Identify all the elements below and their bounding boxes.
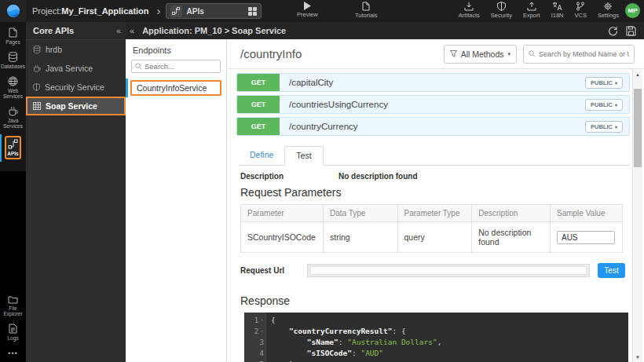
endpoint-row-capitalcity[interactable]: GET /capitalCity PUBLIC▾ <box>236 73 630 92</box>
sidebar-item-databases[interactable]: Databases <box>0 49 26 73</box>
endpoint-rows: GET /capitalCity PUBLIC▾ GET /countriesU… <box>236 73 630 136</box>
i18n-label: I18N <box>551 12 564 19</box>
java-services-icon <box>8 106 18 116</box>
endpoint-countryinfoservice[interactable]: CountryInfoService <box>126 80 226 96</box>
request-parameters-title: Request Parameters <box>240 186 644 199</box>
method-search-input[interactable] <box>539 50 629 58</box>
description-row: Description No description found <box>240 172 644 181</box>
methods-filter-dropdown[interactable]: All Methods ▾ <box>444 45 517 64</box>
scrollbar-thumb[interactable] <box>634 89 642 167</box>
service-item-security-service[interactable]: Security Service <box>26 78 126 97</box>
document-icon <box>362 2 370 11</box>
export-label: Export <box>523 12 540 19</box>
security-label: Security <box>491 12 512 19</box>
gear-icon <box>603 2 613 11</box>
soap-service-label: Soap Service <box>46 101 97 111</box>
settings-label: Settings <box>598 12 619 19</box>
soap-service-icon <box>33 102 41 110</box>
refresh-button[interactable] <box>608 26 618 36</box>
tab-define[interactable]: Define <box>239 146 284 165</box>
wavemaker-logo-icon[interactable] <box>0 0 26 22</box>
cell-data-type: string <box>323 222 397 253</box>
cell-parameter-type: query <box>397 222 472 253</box>
request-url-row: Request Url Test <box>240 263 644 278</box>
access-badge[interactable]: PUBLIC▾ <box>585 77 623 89</box>
scroll-up-arrow[interactable]: ▲ <box>633 70 642 79</box>
collapse-panel-icon[interactable]: « <box>116 26 121 35</box>
core-apis-panel: Core APIs « hrdb Java Service Security S… <box>26 22 126 362</box>
user-avatar[interactable]: MP <box>625 3 640 18</box>
rail-items: Pages Databases Web Services Java Servic… <box>0 22 26 171</box>
methods-filter-label: All Methods <box>461 49 504 59</box>
web-services-icon <box>8 76 18 86</box>
access-badge[interactable]: PUBLIC▾ <box>585 121 623 133</box>
sidebar-item-web-services[interactable]: Web Services <box>0 73 26 103</box>
response-code-block[interactable]: 1-2-3456 { "countryCurrencyResult": { "s… <box>244 313 628 362</box>
logs-icon <box>9 324 17 334</box>
settings-button[interactable]: Settings <box>598 2 619 19</box>
scroll-down-arrow[interactable]: ▼ <box>633 353 642 362</box>
application-header: « Application: PM_10 > Soap Service <box>126 22 644 39</box>
endpoints-search-input[interactable] <box>145 62 217 71</box>
method-search[interactable] <box>523 45 635 64</box>
endpoint-row-countrycurrency[interactable]: GET /countryCurrency PUBLIC▾ <box>236 117 630 136</box>
apis-tab[interactable]: APIs <box>166 3 262 19</box>
service-item-soap-service[interactable]: Soap Service <box>26 97 126 115</box>
sidebar-item-pages[interactable]: Pages <box>0 24 26 49</box>
databases-icon <box>8 52 18 62</box>
i18n-button[interactable]: I18N <box>551 2 564 19</box>
preview-label: Preview <box>297 11 318 18</box>
vcs-label: VCS <box>574 12 586 19</box>
service-item-java-service[interactable]: Java Service <box>26 59 126 78</box>
sidebar-item-file-explorer[interactable]: File Explorer <box>0 292 26 320</box>
get-method-button[interactable]: GET <box>237 74 280 91</box>
tutorials-button[interactable]: Tutorials <box>355 2 377 19</box>
response-gutter: 1-2-3456 <box>244 313 266 362</box>
service-item-hrdb[interactable]: hrdb <box>26 40 126 59</box>
grid-icon[interactable] <box>248 7 257 16</box>
shield-small-icon <box>33 83 40 91</box>
security-button[interactable]: Security <box>491 2 512 19</box>
left-rail: Pages Databases Web Services Java Servic… <box>0 22 26 362</box>
shield-icon <box>497 2 506 11</box>
get-method-button[interactable]: GET <box>237 96 280 113</box>
badge-caret-icon: ▾ <box>615 80 617 86</box>
app-window: Project:My_First_Application › APIs Prev… <box>0 0 644 362</box>
vertical-scrollbar[interactable]: ▲ ▼ <box>632 70 642 362</box>
export-button[interactable]: Export <box>523 2 540 19</box>
sidebar-item-apis[interactable]: APIs <box>0 133 26 163</box>
download-icon <box>464 2 474 11</box>
access-badge[interactable]: PUBLIC▾ <box>585 99 623 111</box>
tab-test[interactable]: Test <box>284 146 323 166</box>
col-data-type: Data Type <box>323 205 397 222</box>
page-title: /countryInfo <box>240 47 444 60</box>
search-icon <box>135 63 142 70</box>
table-row: SCountryISOCode string query No descript… <box>241 222 623 253</box>
preview-button[interactable]: Preview <box>297 2 318 18</box>
artifacts-button[interactable]: Artifacts <box>459 2 480 19</box>
project-name[interactable]: Project:My_First_Application <box>32 6 149 16</box>
collapse-endpoints-icon[interactable]: « <box>130 26 134 35</box>
sidebar-item-java-services[interactable]: Java Services <box>0 103 26 133</box>
save-button[interactable] <box>626 26 636 36</box>
col-description: Description <box>472 205 551 222</box>
vcs-button[interactable]: VCS <box>574 2 586 19</box>
project-title: My_First_Application <box>61 6 148 16</box>
sidebar-item-logs[interactable]: Logs <box>0 320 26 345</box>
more-options-button[interactable]: ••• <box>0 345 26 359</box>
project-prefix: Project: <box>32 6 61 16</box>
upload-icon <box>527 2 536 11</box>
application-breadcrumb: Application: PM_10 > Soap Service <box>142 26 608 35</box>
topbar-actions: Artifacts Security Export ▾ I18N <box>459 2 619 19</box>
get-method-button[interactable]: GET <box>237 118 280 135</box>
topbar: Project:My_First_Application › APIs Prev… <box>0 0 644 22</box>
endpoint-row-countriesusingcurrency[interactable]: GET /countriesUsingCurrency PUBLIC▾ <box>236 95 630 114</box>
pages-icon <box>9 27 17 38</box>
sample-value-input[interactable] <box>557 231 615 244</box>
countryinfoservice-label: CountryInfoService <box>130 80 221 96</box>
test-button[interactable]: Test <box>598 263 625 278</box>
translate-icon <box>552 2 562 11</box>
endpoints-search[interactable] <box>131 60 221 73</box>
request-url-input[interactable] <box>310 266 587 275</box>
databases-label: Databases <box>1 64 25 69</box>
